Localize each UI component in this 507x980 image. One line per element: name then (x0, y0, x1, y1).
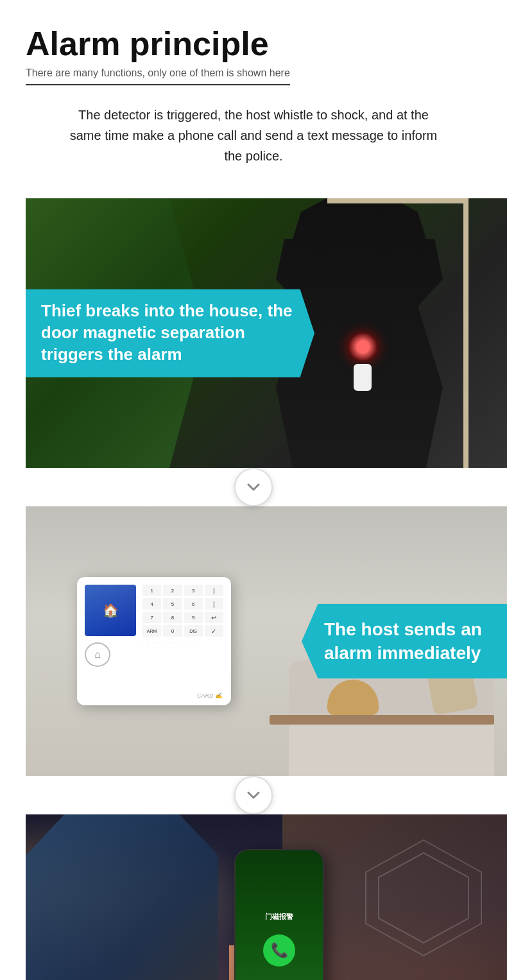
phone-alarm-text: 门磁报警 (265, 912, 293, 922)
panel-left: 🏠 ⌂ (85, 585, 136, 698)
key-4: 4 (142, 598, 161, 610)
shelf (270, 715, 494, 725)
section2-banner: The host sends an alarm immediately (302, 604, 507, 679)
header-section: Alarm principle There are many functions… (0, 0, 507, 198)
key-0: 0 (163, 625, 182, 637)
description-text: The detector is triggered, the host whis… (26, 85, 481, 185)
page-container: Alarm principle There are many functions… (0, 0, 507, 980)
section2-banner-text: The host sends an alarm immediately (324, 618, 489, 665)
bg-pattern (359, 834, 488, 962)
key-5: 5 (163, 598, 182, 610)
panel-logo: CARD ✍ (197, 692, 222, 699)
section2-wrapper: 🏠 ⌂ 1 2 3 | 4 5 6 | (0, 506, 507, 776)
key-call: | (205, 585, 223, 596)
phone-call-button: 📞 (263, 934, 295, 967)
section1-banner-text: Thief breaks into the house, the door ma… (41, 300, 299, 365)
chevron-circle-1 (234, 468, 273, 506)
svg-marker-1 (379, 853, 468, 943)
chevron-circle-2 (234, 776, 273, 814)
door-frame-vertical (463, 198, 468, 468)
panel-screen: 🏠 (85, 585, 136, 636)
section3-image: 门磁报警 📞 The mobile phone receives the ala… (26, 814, 507, 980)
key-check: ✓ (205, 625, 223, 637)
page-subtitle: There are many functions, only one of th… (26, 67, 290, 85)
panel-dots: · · · · · · · · · · · · (142, 639, 223, 645)
panel-screen-icon: 🏠 (103, 603, 119, 618)
phone-hand-group: 门磁报警 📞 (210, 836, 313, 980)
key-disarm: DIS (184, 625, 203, 637)
chevron-down-icon-2 (245, 786, 262, 804)
key-6: 6 (184, 598, 203, 610)
phone-screen: 门磁报警 📞 (236, 850, 323, 980)
panel-keypad: 1 2 3 | 4 5 6 | 7 8 9 ↩ ARM 0 DI (142, 585, 223, 637)
connector-1 (0, 468, 507, 506)
panel-right: 1 2 3 | 4 5 6 | 7 8 9 ↩ ARM 0 DI (142, 585, 223, 698)
section1-wrapper: Thief breaks into the house, the door ma… (0, 198, 507, 468)
panel-bottom-row: ⌂ (85, 642, 136, 667)
section3-wrapper: 门磁报警 📞 The mobile phone receives the ala… (0, 814, 507, 980)
key-arm: ARM (142, 625, 161, 637)
svg-marker-0 (366, 840, 481, 956)
sensor-red-glow (348, 333, 377, 361)
panel-home-btn: ⌂ (85, 642, 110, 667)
chevron-down-icon-1 (245, 478, 262, 496)
key-back: ↩ (205, 612, 223, 623)
section1-image: Thief breaks into the house, the door ma… (26, 198, 507, 468)
key-8: 8 (163, 612, 182, 623)
key-3: 3 (184, 585, 203, 596)
connector-2 (0, 776, 507, 814)
section1-banner: Thief breaks into the house, the door ma… (26, 289, 314, 377)
key-1: 1 (142, 585, 161, 596)
person-bg (26, 814, 218, 980)
key-9: 9 (184, 612, 203, 623)
page-title: Alarm principle (26, 26, 481, 62)
key-bar: | (205, 598, 223, 610)
section2-image: 🏠 ⌂ 1 2 3 | 4 5 6 | (26, 506, 507, 776)
key-2: 2 (163, 585, 182, 596)
alarm-panel-device: 🏠 ⌂ 1 2 3 | 4 5 6 | (77, 577, 231, 705)
door-frame-top (327, 198, 468, 203)
phone-device: 门磁报警 📞 (234, 849, 324, 980)
sensor-white-piece (354, 364, 372, 391)
door-sensor (347, 333, 379, 391)
key-7: 7 (142, 612, 161, 623)
